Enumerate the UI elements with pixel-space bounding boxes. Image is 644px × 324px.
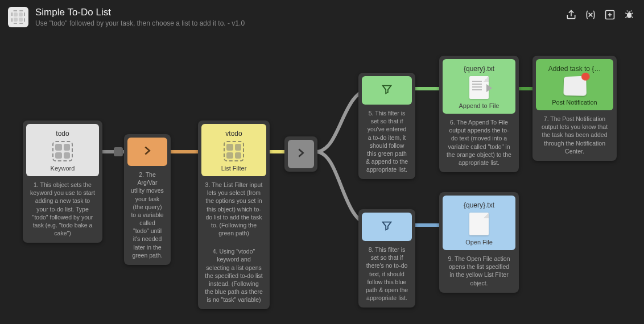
keyword-object-desc: 1. This object sets the keyword you use … bbox=[26, 176, 99, 239]
workflow-icon bbox=[8, 7, 28, 27]
open-file-object[interactable]: {query}.txt Open File 9. The Open File a… bbox=[439, 192, 519, 293]
list-filter-object[interactable]: vtodo List Filter 3. The List Filter inp… bbox=[198, 121, 270, 309]
filter-green-desc: 5. This filter is set so that if you've … bbox=[362, 105, 412, 176]
workflow-canvas[interactable]: todo Keyword 1. This object sets the key… bbox=[0, 32, 644, 322]
open-file-label: Open File bbox=[446, 239, 512, 246]
document-icon bbox=[469, 213, 489, 235]
funnel-icon bbox=[362, 213, 412, 241]
notification-title: Added task to {… bbox=[539, 65, 610, 73]
workflow-title: Simple To-Do List bbox=[35, 7, 559, 18]
list-filter-title: vtodo bbox=[205, 130, 263, 138]
connection-port bbox=[114, 147, 123, 156]
funnel-icon bbox=[362, 76, 412, 105]
header-toolbar bbox=[565, 9, 635, 20]
debug-icon[interactable] bbox=[624, 9, 635, 20]
header-text: Simple To-Do List Use "todo" followed by… bbox=[35, 7, 559, 27]
open-file-title: {query}.txt bbox=[446, 201, 512, 209]
keyword-object-title: todo bbox=[30, 130, 96, 138]
junction-object[interactable] bbox=[284, 136, 317, 172]
chevron-icon bbox=[127, 138, 167, 166]
placeholder-icon bbox=[224, 141, 244, 161]
keyword-object[interactable]: todo Keyword 1. This object sets the key… bbox=[23, 121, 102, 243]
append-file-object[interactable]: {query}.txt Append to File 6. The Append… bbox=[439, 56, 519, 172]
keyword-object-label: Keyword bbox=[30, 165, 96, 172]
add-icon[interactable] bbox=[604, 9, 616, 20]
variables-icon[interactable] bbox=[585, 9, 596, 20]
argvar-utility-desc: 2. The Arg/Var utility moves your task (… bbox=[127, 166, 167, 261]
append-file-desc: 6. The Append To File output appends the… bbox=[443, 114, 515, 169]
chevron-icon bbox=[288, 140, 314, 168]
list-filter-desc-2: 4. Using "vtodo" keyword and selecting a… bbox=[201, 243, 266, 306]
filter-green[interactable]: 5. This filter is set so that if you've … bbox=[358, 73, 415, 179]
svg-point-1 bbox=[627, 13, 631, 18]
notification-desc: 7. The Post Notification output lets you… bbox=[536, 110, 613, 157]
list-filter-label: List Filter bbox=[205, 165, 263, 172]
workflow-subtitle: Use "todo" followed by your task, then c… bbox=[35, 19, 559, 27]
list-filter-desc-1: 3. The List Filter input lets you select… bbox=[201, 176, 266, 239]
append-file-title: {query}.txt bbox=[446, 65, 512, 73]
argvar-utility[interactable]: 2. The Arg/Var utility moves your task (… bbox=[124, 134, 171, 265]
notification-label: Post Notification bbox=[539, 99, 610, 106]
filter-blue[interactable]: 8. This filter is set so that if there's… bbox=[358, 209, 415, 308]
share-icon[interactable] bbox=[565, 9, 577, 20]
placeholder-icon bbox=[52, 141, 73, 161]
document-arrow-icon bbox=[469, 76, 489, 99]
append-file-label: Append to File bbox=[446, 102, 512, 109]
open-file-desc: 9. The Open File action opens the list s… bbox=[443, 250, 515, 289]
notification-object[interactable]: Added task to {… Post Notification 7. Th… bbox=[532, 56, 617, 161]
notification-icon bbox=[563, 76, 587, 96]
workflow-header: Simple To-Do List Use "todo" followed by… bbox=[0, 0, 644, 32]
filter-blue-desc: 8. This filter is set so that if there's… bbox=[362, 241, 412, 304]
